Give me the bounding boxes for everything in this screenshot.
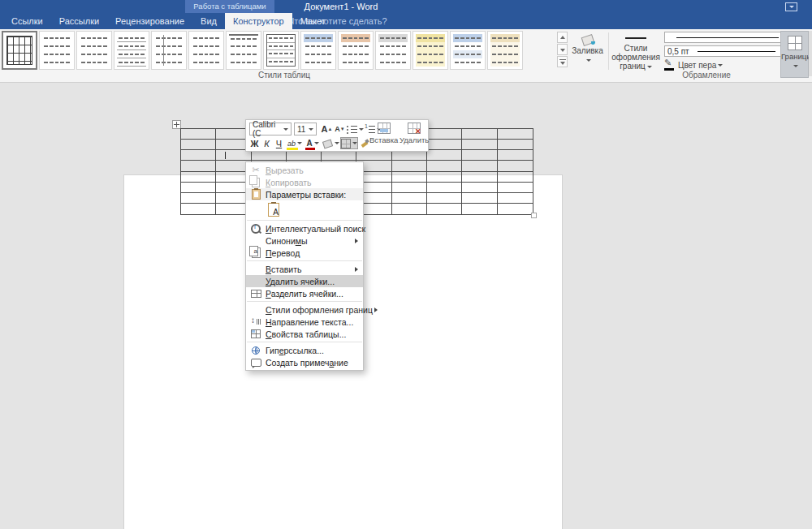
table-style-lines-style[interactable]	[114, 31, 149, 70]
tab-Ссылки[interactable]: Ссылки	[3, 13, 51, 29]
table-cell[interactable]	[498, 129, 533, 140]
gallery-scroll-down-icon[interactable]	[557, 44, 568, 55]
menu-item-Интеллектуальный поиск[interactable]: Интеллектуальный поиск	[246, 222, 363, 234]
table-cell[interactable]	[427, 204, 462, 214]
table-cell[interactable]	[287, 150, 322, 161]
menu-item-Перевод[interactable]: Перевод	[246, 247, 363, 259]
tab-Конструктор[interactable]: Конструктор	[225, 13, 292, 29]
table-cell[interactable]	[462, 161, 497, 171]
table-style-blue-banded-style[interactable]	[450, 31, 486, 70]
table-cell[interactable]	[462, 140, 497, 150]
table-resize-handle[interactable]	[531, 213, 537, 218]
table-cell[interactable]	[392, 172, 427, 183]
border-styles-button[interactable]: Стили оформления границ	[611, 31, 661, 76]
tab-Рецензирование[interactable]: Рецензирование	[107, 13, 192, 29]
highlight-button[interactable]: ab	[286, 137, 304, 149]
table-cell[interactable]	[498, 193, 533, 204]
table-cell[interactable]	[392, 204, 427, 214]
table-cell[interactable]	[181, 172, 216, 183]
table-cell[interactable]	[427, 150, 462, 161]
underline-button[interactable]: Ч	[274, 137, 284, 149]
delete-table-button[interactable]: Удалить	[400, 122, 428, 151]
table-cell[interactable]	[462, 193, 497, 204]
table-style-vline-style[interactable]	[151, 31, 187, 70]
table-cell[interactable]	[392, 161, 427, 171]
menu-item-Свойства таблицы[interactable]: Свойства таблицы...	[246, 328, 363, 340]
table-cell[interactable]	[392, 150, 427, 161]
tab-Вид[interactable]: Вид	[192, 13, 225, 29]
shading-button[interactable]: Заливка	[568, 31, 607, 76]
shrink-font-button[interactable]: A▼	[334, 123, 346, 135]
table-cell[interactable]	[462, 150, 497, 161]
table-style-tan-header-style[interactable]	[487, 31, 523, 70]
table-cell[interactable]	[462, 183, 497, 193]
format-painter-button[interactable]	[359, 137, 370, 149]
table-cell[interactable]	[498, 161, 533, 171]
table-cell[interactable]	[392, 193, 427, 204]
tab-Макет[interactable]: Макет	[292, 13, 334, 29]
menu-item-Гиперссылка[interactable]: Гиперссылка...	[246, 344, 363, 356]
table-style-gray-header-style[interactable]	[375, 31, 411, 70]
insert-table-button[interactable]: Вставка	[369, 122, 398, 151]
table-cell[interactable]	[427, 140, 462, 150]
tab-Рассылки[interactable]: Рассылки	[51, 13, 107, 29]
table-cell[interactable]	[427, 183, 462, 193]
table-cell[interactable]	[181, 204, 216, 214]
table-cell[interactable]	[427, 161, 462, 171]
menu-item-Синонимы[interactable]: Синонимы	[246, 234, 363, 247]
table-style-yellow-style[interactable]	[412, 31, 448, 70]
paste-keep-text-only-button[interactable]	[266, 201, 282, 217]
table-cell[interactable]	[462, 204, 497, 214]
table-cell[interactable]	[498, 140, 533, 150]
borders-button[interactable]: Границы	[780, 31, 809, 78]
grow-font-button[interactable]: A▲	[321, 123, 333, 135]
table-cell[interactable]	[181, 183, 216, 193]
pen-color-button[interactable]: Цвет пера	[664, 58, 754, 71]
menu-item-Удалить ячейки[interactable]: Удалить ячейки...	[246, 275, 363, 287]
table-cell[interactable]	[427, 172, 462, 183]
shading-mini-button[interactable]	[322, 137, 339, 149]
table-cell[interactable]	[498, 172, 533, 183]
table-cell[interactable]	[498, 183, 533, 193]
table-cell[interactable]	[322, 150, 356, 161]
table-style-plain-style-2[interactable]	[76, 31, 112, 70]
table-cell[interactable]	[498, 204, 533, 214]
table-cell[interactable]	[252, 150, 287, 161]
table-cell[interactable]	[427, 129, 462, 140]
ribbon-display-options-icon[interactable]	[785, 2, 797, 11]
table-cell[interactable]	[498, 150, 533, 161]
menu-item-Стили оформления границ[interactable]: Стили оформления границ	[246, 303, 363, 316]
font-size-combo[interactable]: 11	[294, 123, 317, 135]
menu-item-Направление текста[interactable]: Направление текста...	[246, 316, 363, 328]
font-name-combo[interactable]: Calibri (C	[249, 123, 292, 135]
menu-item-Параметры вставки[interactable]: Параметры вставки:	[246, 188, 363, 200]
table-style-plain-style-3[interactable]	[188, 31, 224, 70]
italic-button[interactable]: К	[261, 137, 272, 149]
menu-item-Создать примечание[interactable]: Создать примечание	[246, 356, 363, 368]
table-cell[interactable]	[356, 150, 391, 161]
font-color-button[interactable]: А	[304, 137, 321, 149]
table-cell[interactable]	[462, 129, 497, 140]
table-style-topline-style[interactable]	[226, 31, 261, 70]
bullets-button[interactable]	[347, 123, 364, 135]
table-cell[interactable]	[181, 140, 216, 150]
gallery-scroll-up-icon[interactable]	[557, 32, 568, 43]
table-style-orange-header-style[interactable]	[338, 31, 374, 70]
menu-item-Вставить[interactable]: Вставить	[246, 263, 363, 275]
gallery-more-icon[interactable]	[557, 56, 568, 67]
table-cell[interactable]	[181, 161, 216, 171]
bold-button[interactable]: Ж	[249, 137, 260, 149]
table-cell[interactable]	[427, 193, 462, 204]
table-cell[interactable]	[181, 150, 216, 161]
table-cell[interactable]	[216, 150, 251, 161]
table-cell[interactable]	[181, 129, 216, 140]
table-style-black-grid-style[interactable]	[263, 31, 299, 70]
table-cell[interactable]	[462, 172, 497, 183]
menu-item-Разделить ячейки[interactable]: Разделить ячейки...	[246, 287, 363, 299]
borders-mini-button[interactable]	[340, 137, 358, 149]
table-style-blue-header-style[interactable]	[300, 31, 336, 70]
table-style-table-grid-selected[interactable]	[2, 31, 37, 70]
table-cell[interactable]	[392, 183, 427, 193]
table-style-plain-style-1[interactable]	[39, 31, 75, 70]
table-cell[interactable]	[181, 193, 216, 204]
